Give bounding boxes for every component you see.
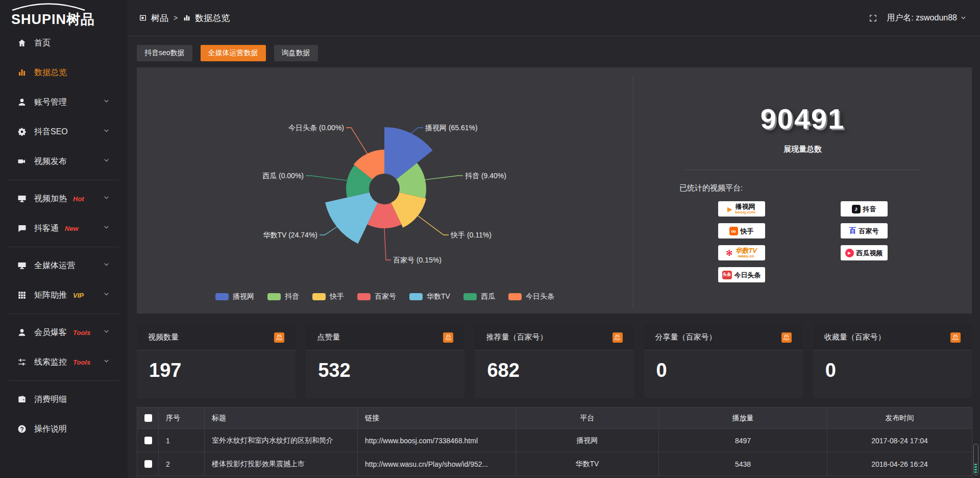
platform-badge-kuaishou: 快手 <box>718 223 765 238</box>
legend-item[interactable]: 华数TV <box>409 292 450 301</box>
pie-slice-华数TV[interactable] <box>325 193 378 244</box>
sidebar-item-video-heat[interactable]: 视频加热 Hot <box>0 187 128 210</box>
total-badge: 总 <box>950 332 961 343</box>
platforms-label: 已统计的视频平台: <box>633 183 972 193</box>
platform-badge-boosj: 播视网boosj.com <box>718 201 765 217</box>
legend-item[interactable]: 百家号 <box>357 292 396 301</box>
cell-index: 2 <box>159 452 205 476</box>
pie-label: 快手 (0.11%) <box>450 231 492 239</box>
gear-icon <box>17 127 27 136</box>
legend-item[interactable]: 播视网 <box>215 292 254 301</box>
sidebar-item-douketong[interactable]: 抖客通 New <box>0 217 128 240</box>
sidebar-item-label: 操作说明 <box>34 424 67 435</box>
sidebar-item-member-baoke[interactable]: 会员爆客 Tools <box>0 321 128 344</box>
sidebar-item-home[interactable]: 首页 <box>0 32 128 54</box>
cell-title-link[interactable]: 楼体投影灯投影效果震撼上市 <box>205 452 358 476</box>
legend-swatch <box>463 293 477 300</box>
rose-chart-area: 播视网 (65.61%)抖音 (9.40%)快手 (0.11%)百家号 (0.1… <box>137 67 633 314</box>
sidebar-divider <box>8 247 119 247</box>
total-badge: 总 <box>274 332 284 343</box>
user-icon <box>17 98 27 107</box>
sliders-icon <box>17 357 27 367</box>
sidebar-item-video-publish[interactable]: 视频发布 <box>0 150 128 173</box>
legend-item[interactable]: 西瓜 <box>463 292 495 301</box>
page-scrollbar-thumb[interactable] <box>973 444 978 475</box>
select-all-checkbox[interactable] <box>144 414 152 422</box>
platform-badges: 播视网boosj.com 快手 华数TVwasu.cn 头条 今日头条 抖音 百… <box>633 201 972 282</box>
total-badge: 总 <box>612 332 623 343</box>
app-logo[interactable]: SHUPIN树品 <box>0 0 128 29</box>
chevron-down-icon <box>103 98 117 107</box>
sidebar-item-help[interactable]: 操作说明 <box>0 418 128 440</box>
user-icon <box>17 328 27 337</box>
platform-badge-xigua: 西瓜视频 <box>841 245 888 260</box>
chevron-down-icon <box>103 291 117 300</box>
legend-swatch <box>267 293 281 300</box>
sidebar-item-label: 视频加热 <box>34 194 67 204</box>
kuaishou-logo-icon <box>729 227 738 235</box>
sidebar-item-lead-monitor[interactable]: 线索监控 Tools <box>0 351 128 373</box>
wasu-logo-icon <box>726 249 732 257</box>
cell-index: 1 <box>159 429 205 452</box>
xigua-logo-icon <box>845 249 854 257</box>
table-row-partial <box>137 476 972 478</box>
sidebar-item-consumption[interactable]: 消费明细 <box>0 388 128 411</box>
cell-url-link[interactable]: http://www.boosj.com/7338468.html <box>358 429 516 452</box>
stat-card-favorites: 收藏量（百家号）总 0 <box>813 325 972 398</box>
cell-plays: 8497 <box>659 429 827 452</box>
sidebar-item-label: 首页 <box>34 38 51 49</box>
platform-badge-douyin: 抖音 <box>841 201 888 217</box>
cell-platform: 华数TV <box>516 452 659 476</box>
pie-label-line <box>411 128 424 133</box>
video-camera-icon <box>17 157 27 166</box>
pie-label: 播视网 (65.61%) <box>425 124 478 132</box>
total-badge: 总 <box>781 332 792 343</box>
row-checkbox[interactable] <box>144 460 152 468</box>
stat-card-value: 0 <box>813 350 972 381</box>
platform-badge-toutiao: 头条 今日头条 <box>718 267 765 282</box>
tab-media-operation-data[interactable]: 全媒体运营数据 <box>201 45 266 61</box>
legend-item[interactable]: 抖音 <box>267 292 299 301</box>
cell-url-link[interactable]: http://www.wasu.cn/Play/show/id/952... <box>358 452 516 476</box>
legend-item[interactable]: 今日头条 <box>508 292 554 301</box>
col-header-index: 序号 <box>159 408 205 429</box>
chart-legend: 播视网 抖音 快手 百家号 华数TV 西瓜 今日头条 <box>137 292 633 301</box>
sidebar-item-account[interactable]: 账号管理 <box>0 91 128 113</box>
pie-label-line <box>418 216 449 235</box>
pie-label: 华数TV (24.74%) <box>263 231 317 239</box>
cell-title-link[interactable]: 室外水纹灯和室内水纹灯的区别和简介 <box>205 429 358 452</box>
cell-platform: 播视网 <box>516 429 659 452</box>
breadcrumb-root[interactable]: 树品 <box>139 12 168 24</box>
legend-item[interactable]: 快手 <box>312 292 344 301</box>
tab-inquiry-data[interactable]: 询盘数据 <box>274 45 318 61</box>
stat-card-value: 532 <box>306 350 464 381</box>
col-header-platform: 平台 <box>516 408 659 429</box>
sidebar-item-media-operation[interactable]: 全媒体运营 <box>0 254 128 277</box>
row-checkbox[interactable] <box>144 437 152 444</box>
total-badge: 总 <box>443 332 453 343</box>
stat-card-value: 682 <box>475 350 633 381</box>
user-menu[interactable]: 用户名: zswodun88 <box>887 13 967 23</box>
sidebar-item-label: 线索监控 <box>34 357 67 368</box>
stat-card-title: 收藏量（百家号） <box>824 332 886 342</box>
pie-label-line <box>320 227 337 235</box>
home-icon <box>17 38 27 47</box>
fullscreen-icon[interactable] <box>869 14 877 22</box>
mini-widget-stripes-icon <box>974 464 977 473</box>
chevron-down-icon <box>103 194 117 203</box>
sidebar-item-data-overview[interactable]: 数据总览 <box>0 61 128 84</box>
vip-badge: VIP <box>73 292 84 299</box>
pie-label: 抖音 (9.40%) <box>465 172 506 180</box>
sidebar-item-label: 矩阵助推 <box>34 290 67 301</box>
chevron-down-icon <box>103 261 117 270</box>
table-row: 2 楼体投影灯投影效果震撼上市 http://www.wasu.cn/Play/… <box>137 452 972 476</box>
legend-swatch <box>409 293 423 300</box>
rose-pie-chart: 播视网 (65.61%)抖音 (9.40%)快手 (0.11%)百家号 (0.1… <box>137 67 633 314</box>
tab-douyin-seo-data[interactable]: 抖音seo数据 <box>137 45 192 61</box>
sidebar-item-matrix-boost[interactable]: 矩阵助推 VIP <box>0 284 128 306</box>
cell-plays: 5438 <box>659 452 827 476</box>
pie-label: 今日头条 (0.00%) <box>288 124 344 132</box>
sidebar-item-douyin-seo[interactable]: 抖音SEO <box>0 121 128 143</box>
wallet-icon <box>17 395 27 404</box>
sidebar-item-label: 抖音SEO <box>34 127 68 137</box>
